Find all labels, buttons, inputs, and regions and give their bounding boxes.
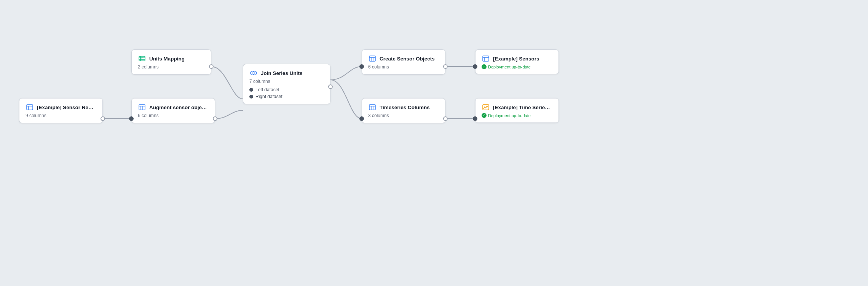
right-dataset-dot <box>249 95 253 99</box>
node-create-sensor-subtitle: 6 columns <box>368 64 439 70</box>
node-example-ts[interactable]: [Example] Time Series S... ✓ Deployment … <box>475 98 559 123</box>
port-timeseries-left <box>359 116 364 121</box>
example-sensors-badge-label: Deployment up-to-date <box>488 65 531 69</box>
node-sensor-reading-subtitle: 9 columns <box>26 113 96 118</box>
connections-svg <box>0 0 868 286</box>
workflow-canvas: [Example] Sensor Readin... 9 columns Aug… <box>0 0 868 286</box>
port-example-sensors-left <box>473 64 477 69</box>
node-join-series[interactable]: Join Series Units 7 columns Left dataset… <box>243 64 330 104</box>
svg-point-12 <box>253 71 257 75</box>
left-dataset-label: Left dataset <box>255 87 279 92</box>
example-sensors-icon <box>482 54 490 63</box>
node-augment-title: Augment sensor object d... <box>149 105 209 110</box>
node-units-mapping-title: Units Mapping <box>149 56 185 62</box>
node-augment[interactable]: Augment sensor object d... 6 columns <box>131 98 215 123</box>
port-join-right <box>328 84 333 89</box>
augment-icon <box>138 103 146 111</box>
node-join-series-subtitle: 7 columns <box>249 79 324 84</box>
port-timeseries-right <box>443 116 448 121</box>
node-example-sensors-title: [Example] Sensors <box>493 56 539 62</box>
node-join-series-title: Join Series Units <box>261 70 303 76</box>
node-units-mapping[interactable]: Units Mapping 2 columns <box>131 49 211 75</box>
node-units-mapping-subtitle: 2 columns <box>138 64 205 70</box>
node-example-ts-badge: ✓ Deployment up-to-date <box>482 113 552 118</box>
example-ts-badge-label: Deployment up-to-date <box>488 113 531 118</box>
join-icon <box>249 69 258 77</box>
port-create-sensor-left <box>359 64 364 69</box>
port-units-mapping-right <box>209 64 214 69</box>
left-dataset-dot <box>249 88 253 92</box>
node-example-sensors-badge: ✓ Deployment up-to-date <box>482 64 552 69</box>
node-sensor-reading-title: [Example] Sensor Readin... <box>37 105 96 110</box>
svg-rect-21 <box>483 56 489 61</box>
node-example-ts-title: [Example] Time Series S... <box>493 105 552 110</box>
node-timeseries-title: Timeseries Columns <box>380 105 430 110</box>
svg-rect-17 <box>369 105 375 110</box>
table-icon <box>26 103 34 111</box>
timeseries-icon <box>368 103 377 111</box>
node-timeseries[interactable]: Timeseries Columns 3 columns <box>362 98 445 123</box>
right-dataset-label: Right dataset <box>255 94 282 99</box>
mapping-icon <box>138 54 146 63</box>
port-augment-left <box>129 116 134 121</box>
node-sensor-reading[interactable]: [Example] Sensor Readin... 9 columns <box>19 98 103 123</box>
create-sensor-icon <box>368 54 377 63</box>
svg-rect-13 <box>369 56 375 61</box>
svg-rect-0 <box>27 105 33 110</box>
node-join-inputs: Left dataset Right dataset <box>249 87 324 99</box>
badge-check-icon: ✓ <box>482 64 487 69</box>
node-timeseries-subtitle: 3 columns <box>368 113 439 118</box>
node-create-sensor-title: Create Sensor Objects <box>380 56 435 62</box>
svg-rect-7 <box>139 56 145 61</box>
node-augment-subtitle: 6 columns <box>138 113 209 118</box>
node-example-sensors[interactable]: [Example] Sensors ✓ Deployment up-to-dat… <box>475 49 559 74</box>
example-ts-icon <box>482 103 490 111</box>
badge-check-ts-icon: ✓ <box>482 113 487 118</box>
port-example-ts-left <box>473 116 477 121</box>
port-augment-right <box>213 116 217 121</box>
node-create-sensor[interactable]: Create Sensor Objects 6 columns <box>362 49 445 75</box>
port-create-sensor-right <box>443 64 448 69</box>
input-left-dataset: Left dataset <box>249 87 324 92</box>
svg-rect-3 <box>139 105 145 110</box>
port-sensor-reading-right <box>101 116 105 121</box>
input-right-dataset: Right dataset <box>249 94 324 99</box>
